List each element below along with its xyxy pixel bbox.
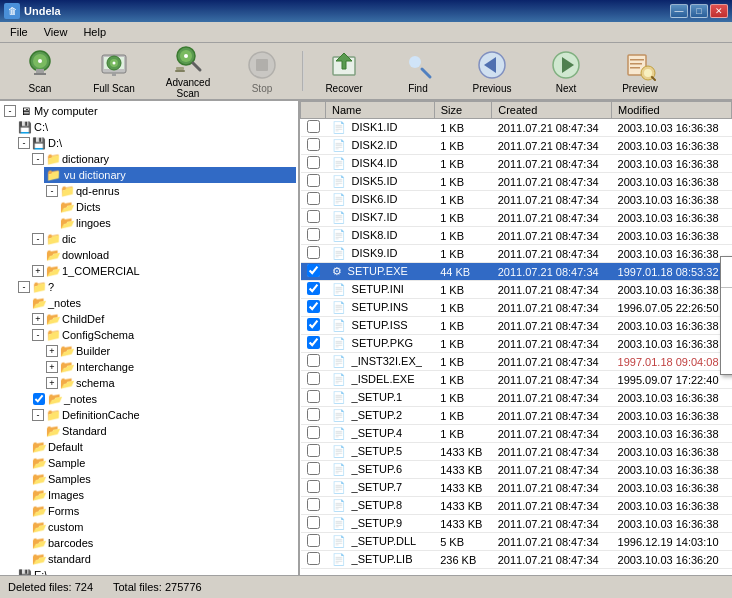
file-checkbox[interactable]	[307, 498, 320, 511]
file-checkbox[interactable]	[307, 426, 320, 439]
file-checkbox-cell[interactable]	[301, 191, 326, 209]
file-checkbox-cell[interactable]	[301, 245, 326, 263]
table-row[interactable]: 📄 _SETUP.1 1 KB 2011.07.21 08:47:34 2003…	[301, 389, 732, 407]
tree-folder-question[interactable]: - 📁 ?	[16, 279, 296, 295]
expand-defcache[interactable]: -	[32, 409, 44, 421]
menu-help[interactable]: Help	[77, 24, 112, 40]
table-row[interactable]: 📄 _SETUP.5 1433 KB 2011.07.21 08:47:34 2…	[301, 443, 732, 461]
col-size[interactable]: Size	[434, 102, 492, 119]
expand-question[interactable]: -	[18, 281, 30, 293]
file-checkbox-cell[interactable]	[301, 461, 326, 479]
tree-expand[interactable]: -	[4, 105, 16, 117]
file-checkbox-cell[interactable]	[301, 209, 326, 227]
table-row[interactable]: 📄 _SETUP.8 1433 KB 2011.07.21 08:47:34 2…	[301, 497, 732, 515]
expand-comercial[interactable]: +	[32, 265, 44, 277]
tree-folder-standard2[interactable]: 📂 standard	[30, 551, 296, 567]
file-checkbox[interactable]	[307, 174, 320, 187]
tree-drive-c[interactable]: 💾 C:\	[16, 119, 296, 135]
tree-folder-barcodes[interactable]: 📂 barcodes	[30, 535, 296, 551]
close-button[interactable]: ✕	[710, 4, 728, 18]
tree-folder-dicts[interactable]: 📂 Dicts	[58, 199, 296, 215]
file-checkbox-cell[interactable]	[301, 389, 326, 407]
tree-folder-qdenrus[interactable]: - 📁 qd-enrus	[44, 183, 296, 199]
tree-folder-default[interactable]: 📂 Default	[30, 439, 296, 455]
file-checkbox[interactable]	[307, 336, 320, 349]
advanced-scan-button[interactable]: Advanced Scan	[152, 45, 224, 97]
tree-folder-schema[interactable]: + 📂 schema	[44, 375, 296, 391]
file-checkbox-cell[interactable]	[301, 515, 326, 533]
file-checkbox[interactable]	[307, 120, 320, 133]
minimize-button[interactable]: —	[670, 4, 688, 18]
next-button[interactable]: Next	[530, 45, 602, 97]
expand-interchange[interactable]: +	[46, 361, 58, 373]
expand-childdef[interactable]: +	[32, 313, 44, 325]
file-checkbox[interactable]	[307, 282, 320, 295]
table-row[interactable]: 📄 SETUP.ISS 1 KB 2011.07.21 08:47:34 200…	[301, 317, 732, 335]
file-checkbox-cell[interactable]	[301, 353, 326, 371]
file-checkbox[interactable]	[307, 138, 320, 151]
file-checkbox[interactable]	[307, 408, 320, 421]
table-row[interactable]: 📄 DISK2.ID 1 KB 2011.07.21 08:47:34 2003…	[301, 137, 732, 155]
tree-folder-interchange[interactable]: + 📂 Interchange	[44, 359, 296, 375]
file-panel[interactable]: Name Size Created Modified 📄 DISK1.ID 1 …	[300, 101, 732, 575]
file-checkbox-cell[interactable]	[301, 119, 326, 137]
file-checkbox-cell[interactable]	[301, 425, 326, 443]
maximize-button[interactable]: □	[690, 4, 708, 18]
file-checkbox-cell[interactable]	[301, 299, 326, 317]
file-checkbox[interactable]	[307, 534, 320, 547]
table-row[interactable]: 📄 _SETUP.DLL 5 KB 2011.07.21 08:47:34 19…	[301, 533, 732, 551]
file-checkbox-cell[interactable]	[301, 335, 326, 353]
tree-folder-notes1[interactable]: 📂 _notes	[30, 295, 296, 311]
table-row[interactable]: 📄 DISK7.ID 1 KB 2011.07.21 08:47:34 2003…	[301, 209, 732, 227]
file-checkbox-cell[interactable]	[301, 137, 326, 155]
table-row[interactable]: 📄 _SETUP.6 1433 KB 2011.07.21 08:47:34 2…	[301, 461, 732, 479]
tree-folder-sample[interactable]: 📂 Sample	[30, 455, 296, 471]
tree-folder-builder[interactable]: + 📂 Builder	[44, 343, 296, 359]
table-row[interactable]: 📄 _SETUP.LIB 236 KB 2011.07.21 08:47:34 …	[301, 551, 732, 569]
ctx-next[interactable]: Next	[721, 346, 732, 374]
file-checkbox[interactable]	[307, 264, 320, 277]
tree-folder-download[interactable]: 📂 download	[44, 247, 296, 263]
file-checkbox-cell[interactable]	[301, 281, 326, 299]
file-checkbox-cell[interactable]	[301, 173, 326, 191]
previous-button[interactable]: Previous	[456, 45, 528, 97]
expand-configschema[interactable]: -	[32, 329, 44, 341]
file-checkbox-cell[interactable]	[301, 479, 326, 497]
tree-folder-childdef[interactable]: + 📂 ChildDef	[30, 311, 296, 327]
file-checkbox-cell[interactable]	[301, 407, 326, 425]
file-checkbox[interactable]	[307, 354, 320, 367]
notes2-checkbox[interactable]	[33, 393, 45, 405]
scan-button[interactable]: Scan	[4, 45, 76, 97]
stop-button[interactable]: Stop	[226, 45, 298, 97]
recover-button[interactable]: Recover	[308, 45, 380, 97]
tree-folder-lingoes[interactable]: 📂 lingoes	[58, 215, 296, 231]
expand-qdenrus[interactable]: -	[46, 185, 58, 197]
expand-schema[interactable]: +	[46, 377, 58, 389]
tree-folder-images[interactable]: 📂 Images	[30, 487, 296, 503]
tree-folder-comercial[interactable]: + 📂 1_COMERCIAL	[30, 263, 296, 279]
file-checkbox[interactable]	[307, 516, 320, 529]
file-checkbox-cell[interactable]	[301, 551, 326, 569]
file-checkbox[interactable]	[307, 480, 320, 493]
file-checkbox[interactable]	[307, 372, 320, 385]
tree-root[interactable]: - 🖥 My computer	[2, 103, 296, 119]
table-row[interactable]: 📄 SETUP.PKG 1 KB 2011.07.21 08:47:34 200…	[301, 335, 732, 353]
table-row[interactable]: 📄 _SETUP.4 1 KB 2011.07.21 08:47:34 2003…	[301, 425, 732, 443]
file-checkbox[interactable]	[307, 210, 320, 223]
table-row[interactable]: 📄 _SETUP.9 1433 KB 2011.07.21 08:47:34 2…	[301, 515, 732, 533]
expand-builder[interactable]: +	[46, 345, 58, 357]
tree-folder-standard[interactable]: 📂 Standard	[44, 423, 296, 439]
expand-dictionary[interactable]: -	[32, 153, 44, 165]
file-checkbox[interactable]	[307, 156, 320, 169]
table-row[interactable]: 📄 _INST32I.EX_ 1 KB 2011.07.21 08:47:34 …	[301, 353, 732, 371]
tree-panel[interactable]: - 🖥 My computer 💾 C:\ - 💾 D:\ - 📁 dictio…	[0, 101, 300, 575]
file-checkbox[interactable]	[307, 300, 320, 313]
menu-view[interactable]: View	[38, 24, 74, 40]
table-row[interactable]: 📄 _SETUP.7 1433 KB 2011.07.21 08:47:34 2…	[301, 479, 732, 497]
ctx-find[interactable]: Find... Ctrl+F	[721, 290, 732, 318]
tree-folder-dictionary[interactable]: - 📁 dictionary	[30, 151, 296, 167]
file-checkbox-cell[interactable]	[301, 317, 326, 335]
table-row[interactable]: 📄 _ISDEL.EXE 1 KB 2011.07.21 08:47:34 19…	[301, 371, 732, 389]
file-checkbox[interactable]	[307, 228, 320, 241]
col-created[interactable]: Created	[492, 102, 612, 119]
